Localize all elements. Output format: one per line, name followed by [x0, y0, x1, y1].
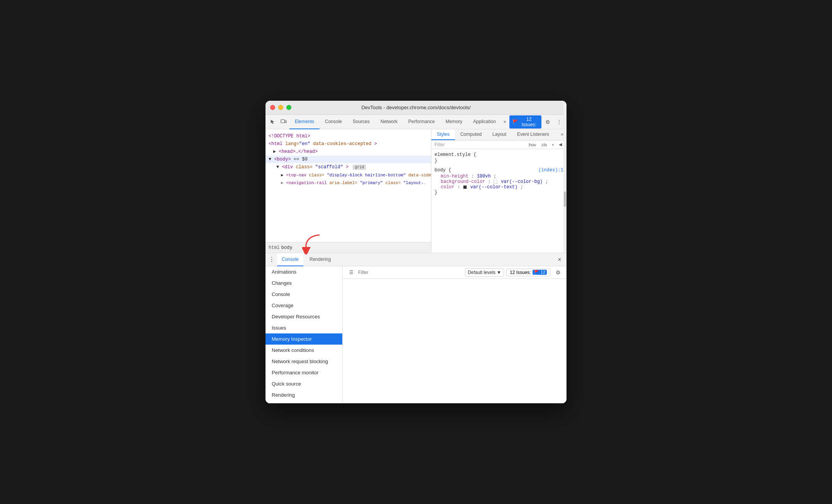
console-area: ☰ Default levels ▼ 12 Issues: 🚩 12: [343, 266, 567, 403]
dom-line: <!DOCTYPE html>: [265, 132, 431, 140]
tab-console[interactable]: Console: [320, 115, 347, 129]
menu-item-developer-resources[interactable]: Developer Resources: [265, 311, 342, 322]
color-swatch-dark: [463, 185, 467, 189]
issues-count: 12 Issues:: [520, 117, 538, 127]
settings-button[interactable]: ⚙: [543, 117, 553, 127]
hov-button[interactable]: :hov: [526, 142, 538, 148]
menu-item-network-conditions[interactable]: Network conditions: [265, 345, 342, 356]
menu-item-coverage[interactable]: Coverage: [265, 300, 342, 311]
console-filter-bar: ☰ Default levels ▼ 12 Issues: 🚩 12: [343, 266, 567, 279]
tab-sources[interactable]: Sources: [347, 115, 375, 129]
breadcrumb-bar: html body: [265, 242, 431, 253]
menu-item-rendering[interactable]: Rendering: [265, 389, 342, 401]
tab-rendering[interactable]: Rendering: [305, 253, 335, 266]
toolbar-right: 🚩 12 Issues: ⚙ ⋮: [509, 115, 565, 129]
dom-panel: <!DOCTYPE html> <html lang="en" data-coo…: [265, 129, 431, 253]
menu-item-issues[interactable]: Issues: [265, 322, 342, 333]
tab-network[interactable]: Network: [375, 115, 403, 129]
device-toggle-button[interactable]: [279, 117, 289, 127]
dom-body-line[interactable]: ▼ <body> == $0: [265, 156, 431, 163]
menu-item-quick-source[interactable]: Quick source: [265, 378, 342, 389]
levels-arrow-icon: ▼: [497, 270, 501, 275]
tab-styles[interactable]: Styles: [431, 129, 455, 140]
filter-placeholder: Filter: [435, 142, 445, 147]
tab-more[interactable]: »: [501, 115, 509, 129]
menu-item-memory-inspector[interactable]: Memory Inspector: [265, 333, 342, 345]
styles-content: element.style { } body { (index):1 min-h…: [431, 149, 567, 253]
minimize-button[interactable]: [278, 105, 283, 110]
console-sidebar-toggle[interactable]: ☰: [346, 267, 357, 278]
drawer-menu: Animations Changes Console Coverage Deve…: [265, 266, 343, 403]
scrollbar-thumb: [564, 191, 566, 207]
issues-button[interactable]: 🚩 12 Issues:: [509, 115, 541, 129]
add-style-button[interactable]: +: [550, 142, 556, 148]
traffic-lights: [270, 105, 291, 110]
main-area: <!DOCTYPE html> <html lang="en" data-coo…: [265, 129, 567, 253]
issues-badge: 🚩 12: [533, 270, 547, 275]
three-dots-menu[interactable]: ⋮: [268, 254, 276, 265]
toggle-sidebar-button[interactable]: ◀: [557, 141, 563, 148]
maximize-button[interactable]: [286, 105, 291, 110]
tab-application[interactable]: Application: [468, 115, 501, 129]
dom-line[interactable]: ▶ <top-nav class= "display-block hairlin…: [265, 171, 431, 179]
more-options-button[interactable]: ⋮: [554, 117, 564, 127]
tab-performance[interactable]: Performance: [403, 115, 440, 129]
drawer-content: Animations Changes Console Coverage Deve…: [265, 266, 567, 403]
styles-tabs: Styles Computed Layout Event Listeners »: [431, 129, 567, 140]
breadcrumb-html[interactable]: html: [269, 245, 280, 250]
style-rule-element: element.style { }: [435, 152, 563, 164]
issues-count-button[interactable]: 12 Issues: 🚩 12: [506, 269, 550, 276]
menu-item-changes[interactable]: Changes: [265, 277, 342, 289]
tab-event-listeners[interactable]: Event Listeners: [512, 129, 555, 140]
color-swatch: [494, 180, 497, 184]
tab-console-bottom[interactable]: Console: [277, 253, 303, 266]
device-icon: [281, 119, 287, 125]
cursor-icon: [270, 119, 276, 125]
menu-item-console[interactable]: Console: [265, 289, 342, 300]
dom-line[interactable]: ▼ <div class= "scaffold" > grid: [265, 163, 431, 171]
main-tabs: Elements Console Sources Network Perform…: [289, 115, 509, 129]
tab-elements[interactable]: Elements: [289, 115, 320, 129]
tab-memory[interactable]: Memory: [440, 115, 468, 129]
breadcrumb-body[interactable]: body: [281, 245, 293, 250]
window-title: DevTools - developer.chrome.com/docs/dev…: [361, 105, 470, 110]
issues-icon: 🚩: [512, 119, 518, 125]
dom-line[interactable]: ▶ <navigation-rail aria-label= "primary"…: [265, 179, 431, 187]
html-open-tag: <html: [269, 141, 285, 147]
menu-item-animations[interactable]: Animations: [265, 266, 342, 277]
inspect-element-button[interactable]: [268, 117, 278, 127]
console-output: [343, 279, 567, 403]
console-filter-input[interactable]: [358, 270, 463, 275]
top-toolbar: Elements Console Sources Network Perform…: [265, 115, 567, 129]
levels-button[interactable]: Default levels ▼: [465, 268, 504, 277]
bottom-toolbar: ⋮ Console Rendering ×: [265, 253, 567, 266]
issues-count-label: 12 Issues:: [510, 270, 531, 275]
dom-line[interactable]: ▶ <head>…</head>: [265, 148, 431, 156]
menu-item-performance-monitor[interactable]: Performance monitor: [265, 367, 342, 378]
svg-rect-0: [281, 120, 285, 123]
levels-label: Default levels: [468, 270, 495, 275]
menu-item-network-request-blocking[interactable]: Network request blocking: [265, 356, 342, 367]
tab-computed[interactable]: Computed: [455, 129, 487, 140]
tab-layout[interactable]: Layout: [487, 129, 512, 140]
dom-line[interactable]: <html lang="en" data-cookies-accepted >: [265, 140, 431, 148]
styles-filter-bar: Filter :hov .cls + ◀: [431, 140, 567, 149]
svg-rect-1: [285, 121, 286, 123]
style-rule-body: body { (index):1 min-height : 100vh ; ba…: [435, 167, 563, 195]
menu-item-search[interactable]: Search: [265, 401, 342, 403]
styles-panel: Styles Computed Layout Event Listeners »…: [431, 129, 567, 253]
bottom-panel: ⋮ Console Rendering × Animations Changes…: [265, 253, 567, 403]
doctype-tag: <!DOCTYPE html>: [269, 134, 310, 139]
close-drawer-button[interactable]: ×: [555, 255, 564, 264]
devtools-window: DevTools - developer.chrome.com/docs/dev…: [265, 101, 567, 403]
console-settings-button[interactable]: ⚙: [553, 267, 563, 278]
close-button[interactable]: [270, 105, 275, 110]
devtools-body: Elements Console Sources Network Perform…: [265, 115, 567, 403]
title-bar: DevTools - developer.chrome.com/docs/dev…: [265, 101, 567, 115]
cls-button[interactable]: .cls: [539, 142, 549, 148]
